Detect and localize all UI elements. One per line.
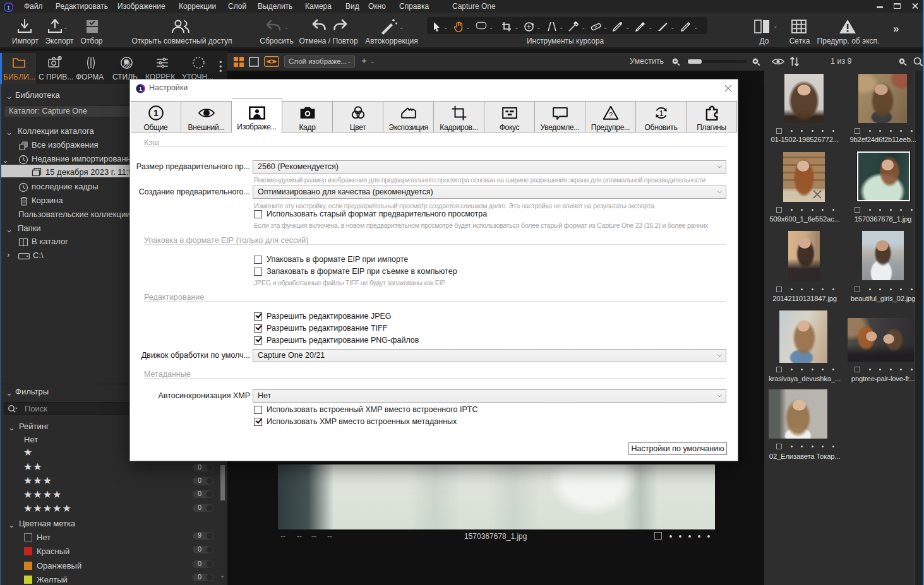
svg-text:1: 1 xyxy=(139,86,142,92)
svg-text:1: 1 xyxy=(659,109,663,118)
svg-text:?: ? xyxy=(609,111,613,119)
svg-text:1: 1 xyxy=(153,108,159,118)
svg-text:1: 1 xyxy=(7,4,10,11)
